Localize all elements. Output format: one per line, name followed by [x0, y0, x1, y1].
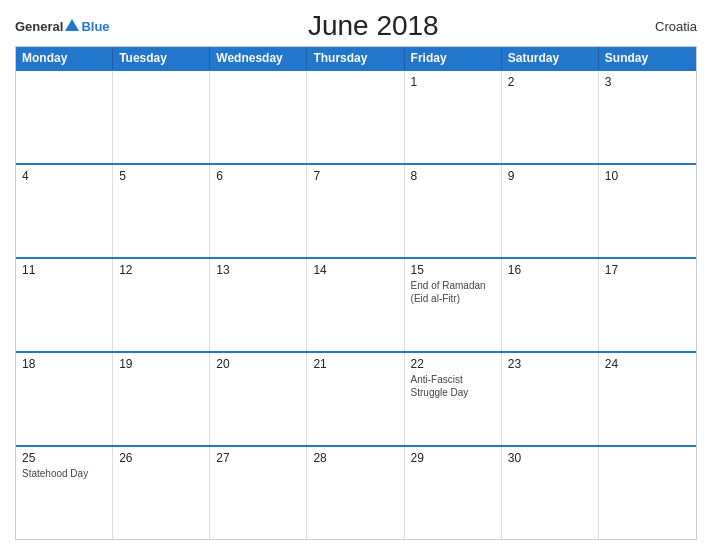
calendar-cell: 4 — [16, 165, 113, 257]
cell-date-number: 28 — [313, 451, 397, 465]
calendar-cell: 5 — [113, 165, 210, 257]
cell-date-number: 10 — [605, 169, 690, 183]
calendar-title: June 2018 — [110, 10, 637, 42]
cell-date-number: 3 — [605, 75, 690, 89]
cell-date-number: 2 — [508, 75, 592, 89]
cell-event-label: Anti-Fascist Struggle Day — [411, 373, 495, 399]
header-day-monday: Monday — [16, 47, 113, 69]
cell-date-number: 22 — [411, 357, 495, 371]
calendar-row-5: 25Statehood Day2627282930 — [16, 445, 696, 539]
cell-date-number: 29 — [411, 451, 495, 465]
calendar-cell: 22Anti-Fascist Struggle Day — [405, 353, 502, 445]
cell-date-number: 19 — [119, 357, 203, 371]
calendar-cell: 13 — [210, 259, 307, 351]
cell-date-number: 18 — [22, 357, 106, 371]
calendar-cell: 3 — [599, 71, 696, 163]
calendar-cell — [307, 71, 404, 163]
cell-date-number: 16 — [508, 263, 592, 277]
calendar-cell — [16, 71, 113, 163]
calendar-cell: 18 — [16, 353, 113, 445]
calendar-cell: 10 — [599, 165, 696, 257]
calendar-cell: 20 — [210, 353, 307, 445]
header-day-sunday: Sunday — [599, 47, 696, 69]
calendar-cell: 16 — [502, 259, 599, 351]
cell-date-number: 25 — [22, 451, 106, 465]
calendar-header: MondayTuesdayWednesdayThursdayFridaySatu… — [16, 47, 696, 69]
calendar-cell: 14 — [307, 259, 404, 351]
calendar-cell: 2 — [502, 71, 599, 163]
calendar-cell: 15End of Ramadan (Eid al-Fitr) — [405, 259, 502, 351]
cell-event-label: Statehood Day — [22, 467, 106, 480]
header-day-wednesday: Wednesday — [210, 47, 307, 69]
calendar-row-3: 1112131415End of Ramadan (Eid al-Fitr)16… — [16, 257, 696, 351]
calendar-grid: MondayTuesdayWednesdayThursdayFridaySatu… — [15, 46, 697, 540]
header-day-saturday: Saturday — [502, 47, 599, 69]
cell-date-number: 11 — [22, 263, 106, 277]
cell-date-number: 14 — [313, 263, 397, 277]
calendar-cell: 9 — [502, 165, 599, 257]
cell-date-number: 4 — [22, 169, 106, 183]
cell-date-number: 20 — [216, 357, 300, 371]
cell-date-number: 24 — [605, 357, 690, 371]
cell-date-number: 27 — [216, 451, 300, 465]
cell-date-number: 13 — [216, 263, 300, 277]
cell-date-number: 12 — [119, 263, 203, 277]
calendar-cell — [599, 447, 696, 539]
country-label: Croatia — [637, 19, 697, 34]
calendar-cell: 30 — [502, 447, 599, 539]
calendar-cell: 8 — [405, 165, 502, 257]
calendar-cell: 1 — [405, 71, 502, 163]
logo-triangle-icon — [65, 19, 79, 31]
calendar-cell: 29 — [405, 447, 502, 539]
calendar-cell: 19 — [113, 353, 210, 445]
calendar-cell: 26 — [113, 447, 210, 539]
header-day-thursday: Thursday — [307, 47, 404, 69]
calendar-cell: 24 — [599, 353, 696, 445]
calendar-page: General Blue June 2018 Croatia MondayTue… — [0, 0, 712, 550]
calendar-cell: 11 — [16, 259, 113, 351]
calendar-cell: 23 — [502, 353, 599, 445]
calendar-cell: 25Statehood Day — [16, 447, 113, 539]
calendar-cell: 7 — [307, 165, 404, 257]
cell-date-number: 5 — [119, 169, 203, 183]
cell-date-number: 17 — [605, 263, 690, 277]
top-bar: General Blue June 2018 Croatia — [15, 10, 697, 42]
cell-date-number: 8 — [411, 169, 495, 183]
calendar-row-1: 123 — [16, 69, 696, 163]
calendar-row-4: 1819202122Anti-Fascist Struggle Day2324 — [16, 351, 696, 445]
cell-date-number: 26 — [119, 451, 203, 465]
logo-blue-text: Blue — [81, 19, 109, 34]
calendar-cell: 12 — [113, 259, 210, 351]
header-day-tuesday: Tuesday — [113, 47, 210, 69]
calendar-cell: 6 — [210, 165, 307, 257]
logo: General Blue — [15, 19, 110, 34]
cell-event-label: End of Ramadan (Eid al-Fitr) — [411, 279, 495, 305]
calendar-cell: 28 — [307, 447, 404, 539]
calendar-cell: 21 — [307, 353, 404, 445]
cell-date-number: 1 — [411, 75, 495, 89]
cell-date-number: 7 — [313, 169, 397, 183]
cell-date-number: 6 — [216, 169, 300, 183]
cell-date-number: 21 — [313, 357, 397, 371]
cell-date-number: 30 — [508, 451, 592, 465]
calendar-cell — [113, 71, 210, 163]
cell-date-number: 23 — [508, 357, 592, 371]
calendar-cell: 17 — [599, 259, 696, 351]
calendar-cell: 27 — [210, 447, 307, 539]
calendar-row-2: 45678910 — [16, 163, 696, 257]
header-day-friday: Friday — [405, 47, 502, 69]
calendar-cell — [210, 71, 307, 163]
logo-general-text: General — [15, 19, 63, 34]
cell-date-number: 9 — [508, 169, 592, 183]
cell-date-number: 15 — [411, 263, 495, 277]
calendar-body: 123456789101112131415End of Ramadan (Eid… — [16, 69, 696, 539]
